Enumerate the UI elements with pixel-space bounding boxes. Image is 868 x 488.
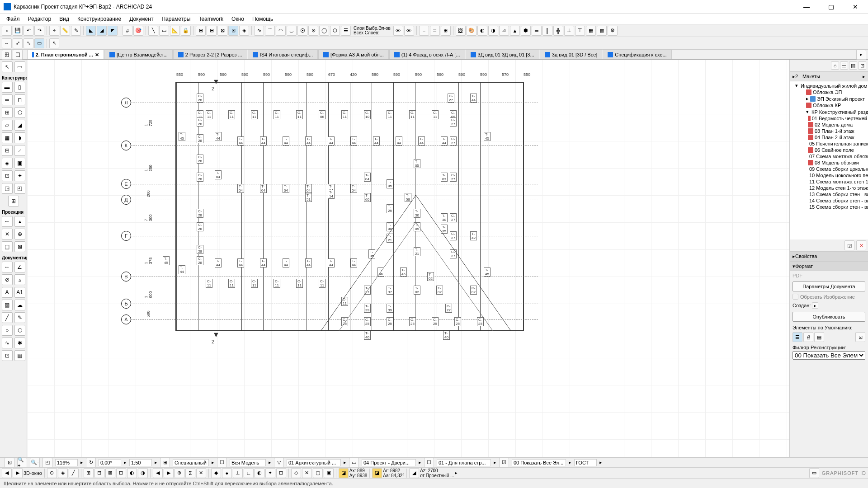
layer-combo3[interactable]: 01 - Для плана стр... bbox=[437, 459, 491, 466]
pen-tool-icon[interactable]: ✎ bbox=[14, 312, 25, 323]
c23-icon[interactable]: ✕ bbox=[302, 468, 312, 478]
recon-select[interactable]: 00 Показать Все Элементы bbox=[793, 351, 865, 360]
c18-icon[interactable]: ∟ bbox=[244, 468, 254, 478]
c6-icon[interactable]: ⊠ bbox=[105, 468, 115, 478]
marquee-tool-icon[interactable]: ▭ bbox=[14, 61, 25, 72]
menu-teamwork[interactable]: Teamwork bbox=[195, 15, 227, 23]
render8-icon[interactable]: ═ bbox=[532, 26, 542, 36]
slab-tool-icon[interactable]: ▱ bbox=[2, 120, 13, 131]
ra-toggle-icon[interactable]: ◪ bbox=[372, 468, 382, 478]
curve6-icon[interactable]: ⊙ bbox=[308, 26, 318, 36]
format-header[interactable]: ▾ Формат bbox=[790, 261, 868, 271]
layer-toggle1-icon[interactable]: 👁 bbox=[393, 26, 403, 36]
c24-icon[interactable]: ▢ bbox=[313, 468, 323, 478]
scale-value[interactable]: 1:50 bbox=[129, 459, 152, 466]
dim-tool-icon[interactable]: ↔ bbox=[2, 216, 13, 227]
circle-tool-icon[interactable]: ○ bbox=[2, 325, 13, 336]
tree-item-6[interactable]: 03 План 1-й этаж bbox=[790, 128, 868, 134]
layercombo2-icon[interactable]: ▭ bbox=[349, 458, 359, 468]
poly-tool-icon[interactable]: ⬡ bbox=[14, 325, 25, 336]
beam-tool-icon[interactable]: ═ bbox=[2, 94, 13, 105]
lamp-tool-icon[interactable]: ✦ bbox=[14, 170, 25, 181]
def4-icon[interactable]: ⊡ bbox=[855, 332, 865, 342]
c22-icon[interactable]: ◇ bbox=[291, 468, 301, 478]
tree-root[interactable]: ▾Индивидуальный жилой дом в п. bbox=[790, 82, 868, 89]
tree-item-13[interactable]: 10 Модель цокольного перек bbox=[790, 172, 868, 178]
arrow-icon[interactable]: ↖ bbox=[49, 38, 59, 48]
snap-icon[interactable]: 🎯 bbox=[133, 26, 143, 36]
c17-icon[interactable]: ⊥ bbox=[233, 468, 243, 478]
angle-tool-icon[interactable]: ∠ bbox=[14, 262, 25, 272]
vis-icon[interactable]: ☐ bbox=[217, 458, 227, 468]
mode2-icon[interactable]: ◢ bbox=[97, 26, 107, 36]
c10-icon[interactable]: ◀ bbox=[153, 468, 163, 478]
draw-tool-icon[interactable]: ▦ bbox=[14, 350, 25, 361]
zoom-full-icon[interactable]: ⊡ bbox=[5, 458, 14, 468]
render7-icon[interactable]: ⬢ bbox=[521, 26, 531, 36]
line2-tool-icon[interactable]: ╱ bbox=[2, 312, 13, 323]
render2-icon[interactable]: 🎨 bbox=[467, 26, 476, 36]
zoom-in-icon[interactable]: 🔍+ bbox=[17, 458, 27, 468]
wall-tool-icon[interactable]: ▬ bbox=[2, 82, 13, 93]
coord-nav1-icon[interactable]: ◀ bbox=[2, 468, 12, 478]
render12-icon[interactable]: ⊤ bbox=[575, 26, 585, 36]
tab-1[interactable]: [Центр Взаимодейст... bbox=[104, 50, 173, 59]
view3d-combo[interactable]: 3D-окно bbox=[24, 470, 42, 476]
undo-icon[interactable]: ↶ bbox=[24, 26, 33, 36]
c5-icon[interactable]: ⊟ bbox=[94, 468, 104, 478]
rad-tool-icon[interactable]: ⊘ bbox=[2, 274, 13, 285]
tree-item-4[interactable]: 01 Ведомость чертежей bbox=[790, 115, 868, 122]
tool-c-icon[interactable]: ⊠ bbox=[217, 26, 227, 36]
c15-icon[interactable]: ◆ bbox=[211, 468, 221, 478]
dim2-tool-icon[interactable]: ↔ bbox=[2, 262, 13, 272]
label-tool-icon[interactable]: A1 bbox=[14, 287, 25, 298]
save-icon[interactable]: 💾 bbox=[13, 26, 23, 36]
coord-nav2-icon[interactable]: ▶ bbox=[13, 468, 23, 478]
z-icon[interactable]: ◢ bbox=[409, 468, 419, 478]
layercombo-icon[interactable]: ▽ bbox=[274, 458, 284, 468]
c16-icon[interactable]: ● bbox=[222, 468, 232, 478]
tab-2[interactable]: 2 Разрез 2-2 [2 Разрез ... bbox=[173, 50, 247, 59]
nav-pub-icon[interactable]: ⊡ bbox=[858, 61, 866, 70]
mesh-tool-icon[interactable]: ▦ bbox=[2, 132, 13, 143]
tree-item-16[interactable]: 13 Схема сборки стен - вид 1. bbox=[790, 191, 868, 197]
hotspot-tool-icon[interactable]: ✱ bbox=[14, 338, 25, 348]
tab-0[interactable]: 2. План стропильной ... ✕ bbox=[27, 50, 104, 59]
object-tool-icon[interactable]: ▣ bbox=[14, 158, 25, 169]
subtool4-icon[interactable]: ▭ bbox=[34, 38, 44, 48]
c19-icon[interactable]: ◐ bbox=[255, 468, 264, 478]
render4-icon[interactable]: ◑ bbox=[488, 26, 498, 36]
curve4-icon[interactable]: ◡ bbox=[287, 26, 297, 36]
layers-icon[interactable]: ☰ bbox=[341, 26, 351, 36]
layouts-header[interactable]: ▸ 2 - Макеты▸ bbox=[790, 71, 868, 81]
layer-combo1[interactable]: 01 Архитектурный ... bbox=[287, 459, 341, 466]
render5-icon[interactable]: ⊿ bbox=[499, 26, 509, 36]
tree-item-0[interactable]: Обложка ЭП bbox=[790, 89, 868, 95]
c2-icon[interactable]: ◈ bbox=[58, 468, 68, 478]
roof-tool-icon[interactable]: ◢ bbox=[14, 120, 25, 131]
level-tool-icon[interactable]: ▴ bbox=[14, 216, 25, 227]
menu-help[interactable]: Помощь bbox=[249, 15, 277, 23]
new-icon[interactable]: ▫ bbox=[2, 26, 12, 36]
special-combo[interactable]: Специальный bbox=[173, 459, 209, 466]
subtool3-icon[interactable]: ⤡ bbox=[24, 38, 33, 48]
door-tool-icon[interactable]: ⊓ bbox=[14, 94, 25, 105]
mode3-icon[interactable]: ◤ bbox=[108, 26, 118, 36]
tree-delete-icon[interactable]: ✕ bbox=[856, 240, 866, 250]
menu-editor[interactable]: Редактор bbox=[24, 15, 55, 23]
tab-nav-icon[interactable]: ▸ bbox=[856, 50, 866, 60]
section-tool-icon[interactable]: ◫ bbox=[2, 241, 13, 252]
tool-d-icon[interactable]: ⊡ bbox=[228, 26, 238, 36]
tool-b-icon[interactable]: ⊟ bbox=[207, 26, 217, 36]
edit-icon[interactable]: ✎ bbox=[71, 26, 81, 36]
doc-params-button[interactable]: Параметры Документа bbox=[793, 282, 865, 291]
subtool1-icon[interactable]: ↔ bbox=[2, 38, 12, 48]
render6-icon[interactable]: ▲ bbox=[510, 26, 520, 36]
render14-icon[interactable]: ▩ bbox=[597, 26, 607, 36]
model-icon[interactable]: ⊞ bbox=[160, 458, 170, 468]
layer-combo2[interactable]: 04 Проект - Двери... bbox=[362, 459, 416, 466]
tool-a-icon[interactable]: ⊞ bbox=[196, 26, 206, 36]
render3-icon[interactable]: ◐ bbox=[477, 26, 487, 36]
c4-icon[interactable]: ⊞ bbox=[84, 468, 94, 478]
tree-item-8[interactable]: 05 Пояснительная записка bbox=[790, 141, 868, 147]
